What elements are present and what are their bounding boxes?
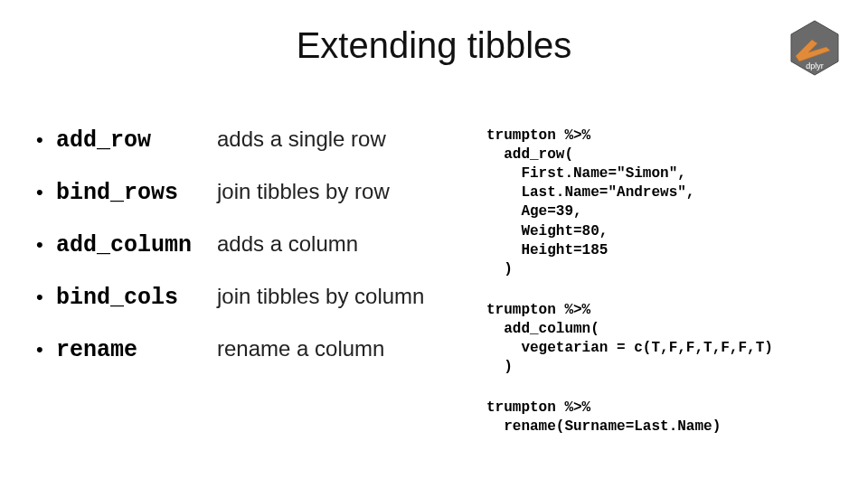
code-examples: trumpton %>% add_row( First.Name="Simon"… <box>461 127 832 459</box>
function-name: add_column <box>56 232 217 258</box>
bullet-icon: • <box>36 233 56 257</box>
code-block: trumpton %>% rename(Surname=Last.Name) <box>486 399 832 436</box>
dplyr-logo: dplyr <box>790 20 839 76</box>
list-item: • add_row adds a single row <box>36 127 461 154</box>
content-area: • add_row adds a single row • bind_rows … <box>36 127 832 459</box>
list-item: • bind_cols join tibbles by column <box>36 284 461 311</box>
function-desc: join tibbles by column <box>217 284 424 309</box>
function-name: rename <box>56 337 217 363</box>
function-desc: adds a column <box>217 231 358 257</box>
function-name: add_row <box>56 127 217 154</box>
code-block: trumpton %>% add_row( First.Name="Simon"… <box>486 127 832 279</box>
function-desc: adds a single row <box>217 127 386 152</box>
list-item: • bind_rows join tibbles by row <box>36 179 461 206</box>
bullet-icon: • <box>36 338 56 361</box>
function-list: • add_row adds a single row • bind_rows … <box>36 127 461 459</box>
function-desc: rename a column <box>217 336 384 361</box>
bullet-icon: • <box>36 128 56 152</box>
page-title: Extending tibbles <box>0 25 868 66</box>
logo-label: dplyr <box>806 61 824 70</box>
list-item: • rename rename a column <box>36 336 461 363</box>
list-item: • add_column adds a column <box>36 231 461 258</box>
bullet-icon: • <box>36 181 56 204</box>
code-block: trumpton %>% add_column( vegetarian = c(… <box>486 301 832 377</box>
function-name: bind_cols <box>56 285 217 311</box>
function-name: bind_rows <box>56 180 217 206</box>
function-desc: join tibbles by row <box>217 179 390 204</box>
bullet-icon: • <box>36 286 56 309</box>
